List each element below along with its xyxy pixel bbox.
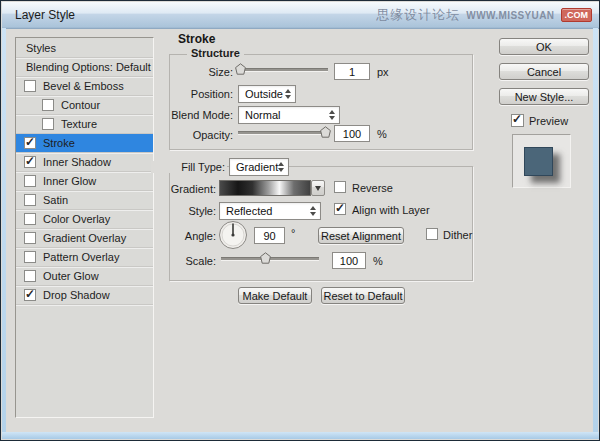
style-enable-checkbox[interactable]: ✓: [24, 213, 36, 225]
sidebar-item-label: Inner Glow: [43, 175, 96, 187]
style-enable-checkbox[interactable]: ✓: [24, 137, 36, 149]
angle-dial[interactable]: [218, 220, 248, 250]
style-enable-checkbox[interactable]: ✓: [24, 175, 36, 187]
styles-list-header: Styles: [16, 38, 153, 58]
style-value: Reflected: [226, 205, 272, 217]
position-label: Position:: [151, 88, 233, 100]
size-slider[interactable]: [238, 63, 328, 75]
position-value: Outside: [245, 88, 283, 100]
window-title: Layer Style: [15, 8, 75, 22]
style-enable-checkbox[interactable]: ✓: [24, 156, 36, 168]
style-enable-checkbox[interactable]: ✓: [24, 289, 36, 301]
sidebar-item-label: Drop Shadow: [43, 289, 110, 301]
sidebar-item-inner-shadow[interactable]: ✓Inner Shadow: [16, 153, 153, 172]
sidebar-item-stroke[interactable]: ✓Stroke: [16, 134, 153, 153]
sidebar-item-label: Bevel & Emboss: [43, 80, 124, 92]
size-unit: px: [377, 66, 389, 78]
scale-slider-thumb[interactable]: [260, 252, 271, 264]
blend-mode-label: Blend Mode:: [151, 109, 233, 121]
cancel-button[interactable]: Cancel: [499, 63, 589, 80]
angle-input[interactable]: [254, 227, 285, 244]
align-with-layer-label: Align with Layer: [352, 204, 430, 216]
reset-to-default-button[interactable]: Reset to Default: [321, 287, 405, 304]
sidebar-item-label: Stroke: [43, 137, 75, 149]
gradient-preview[interactable]: [219, 180, 311, 196]
make-default-button[interactable]: Make Default: [238, 287, 312, 304]
scale-slider[interactable]: [221, 252, 319, 264]
angle-unit: °: [291, 227, 295, 239]
sidebar-item-label: Gradient Overlay: [43, 232, 126, 244]
style-enable-checkbox[interactable]: ✓: [24, 194, 36, 206]
opacity-slider[interactable]: [238, 126, 328, 138]
stepper-icon: [310, 206, 316, 216]
sidebar-item-label: Satin: [43, 194, 68, 206]
size-input[interactable]: [334, 63, 370, 80]
window-frame-bottom: [2, 432, 599, 439]
stepper-icon: [285, 89, 291, 99]
check-icon: ✓: [25, 135, 35, 149]
new-style-button[interactable]: New Style...: [499, 88, 589, 105]
title-bar[interactable]: Layer Style 思缘设计论坛 WWW.MISSYUAN .COM: [2, 2, 599, 29]
style-enable-checkbox[interactable]: ✓: [42, 118, 54, 130]
check-icon: ✓: [512, 112, 522, 126]
opacity-unit: %: [377, 128, 387, 140]
sidebar-item-label: Texture: [61, 118, 97, 130]
angle-label: Angle:: [141, 230, 216, 242]
fill-type-dropdown[interactable]: Gradient: [229, 158, 289, 176]
dither-checkbox[interactable]: ✓: [426, 228, 438, 240]
styles-list: Styles Blending Options: Default✓Bevel &…: [15, 37, 154, 418]
preview-checkbox[interactable]: ✓: [511, 114, 524, 127]
gradient-label: Gradient:: [141, 183, 216, 195]
chevron-down-icon: [315, 186, 321, 191]
style-enable-checkbox[interactable]: ✓: [42, 99, 54, 111]
fill-type-value: Gradient: [236, 161, 278, 173]
opacity-input[interactable]: [334, 125, 370, 142]
opacity-slider-thumb[interactable]: [320, 126, 331, 138]
style-enable-checkbox[interactable]: ✓: [24, 270, 36, 282]
style-label: Style:: [141, 205, 216, 217]
sidebar-item-label: Pattern Overlay: [43, 251, 119, 263]
reset-alignment-button[interactable]: Reset Alignment: [318, 227, 404, 244]
sidebar-item-pattern-overlay[interactable]: ✓Pattern Overlay: [16, 248, 153, 267]
watermark: 思缘设计论坛 WWW.MISSYUAN .COM: [376, 2, 592, 28]
blend-mode-dropdown[interactable]: Normal: [238, 106, 340, 124]
sidebar-item-outer-glow[interactable]: ✓Outer Glow: [16, 267, 153, 286]
gradient-picker-button[interactable]: [311, 180, 325, 196]
sidebar-item-texture[interactable]: ✓Texture: [16, 115, 153, 134]
watermark-badge: .COM: [561, 8, 593, 22]
watermark-chinese-text: 思缘设计论坛: [376, 6, 460, 24]
scale-unit: %: [373, 255, 383, 267]
reverse-label: Reverse: [352, 182, 393, 194]
window-frame-right: [593, 28, 598, 434]
sidebar-item-drop-shadow[interactable]: ✓Drop Shadow: [16, 286, 153, 305]
opacity-slider-groove: [238, 131, 328, 135]
align-with-layer-checkbox[interactable]: ✓: [334, 203, 346, 215]
check-icon: ✓: [25, 287, 35, 301]
size-slider-thumb[interactable]: [235, 63, 246, 75]
preview-label: Preview: [529, 115, 568, 127]
sidebar-item-bevel-emboss[interactable]: ✓Bevel & Emboss: [16, 77, 153, 96]
preview-swatch: [524, 147, 553, 176]
style-enable-checkbox[interactable]: ✓: [24, 80, 36, 92]
size-slider-groove: [238, 68, 328, 72]
opacity-label: Opacity:: [151, 129, 233, 141]
scale-input[interactable]: [332, 252, 366, 269]
style-enable-checkbox[interactable]: ✓: [24, 232, 36, 244]
position-dropdown[interactable]: Outside: [238, 85, 296, 103]
scale-label: Scale:: [141, 255, 216, 267]
reverse-checkbox[interactable]: ✓: [334, 181, 346, 193]
sidebar-item-satin[interactable]: ✓Satin: [16, 191, 153, 210]
style-enable-checkbox[interactable]: ✓: [24, 251, 36, 263]
sidebar-item-inner-glow[interactable]: ✓Inner Glow: [16, 172, 153, 191]
layer-style-dialog: Layer Style 思缘设计论坛 WWW.MISSYUAN .COM Sty…: [0, 0, 600, 441]
sidebar-item-color-overlay[interactable]: ✓Color Overlay: [16, 210, 153, 229]
sidebar-item-label: Inner Shadow: [43, 156, 111, 168]
style-dropdown[interactable]: Reflected: [219, 202, 321, 220]
blend-mode-value: Normal: [245, 109, 280, 121]
sidebar-item-blending-options-default[interactable]: Blending Options: Default: [16, 58, 153, 77]
sidebar-item-contour[interactable]: ✓Contour: [16, 96, 153, 115]
ok-button[interactable]: OK: [499, 38, 589, 55]
dither-label: Dither: [443, 229, 472, 241]
sidebar-item-label: Color Overlay: [43, 213, 110, 225]
sidebar-item-gradient-overlay[interactable]: ✓Gradient Overlay: [16, 229, 153, 248]
